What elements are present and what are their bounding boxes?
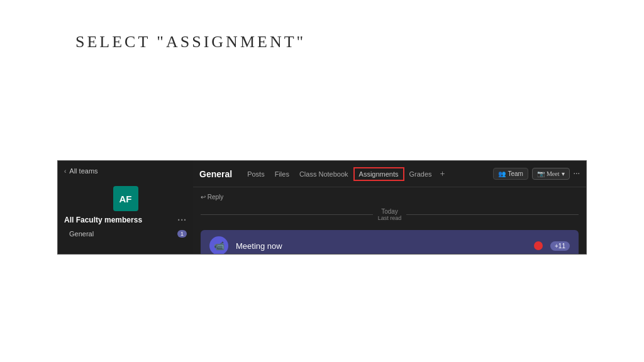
tab-grades[interactable]: Grades bbox=[404, 168, 437, 180]
meet-dropdown-icon: ▾ bbox=[562, 170, 565, 177]
tab-bar: General Posts Files Class Notebook Assig… bbox=[193, 161, 586, 187]
team-icon: 👥 bbox=[498, 170, 506, 177]
all-teams-label: All teams bbox=[69, 167, 97, 175]
team-avatar: AF bbox=[113, 186, 138, 211]
screenshot-container: ‹ All teams AF All Faculty memberss ··· … bbox=[57, 160, 587, 255]
date-label: Today bbox=[381, 208, 398, 215]
add-tab-icon[interactable]: + bbox=[437, 169, 448, 179]
tab-class-notebook-label: Class Notebook bbox=[299, 170, 348, 178]
meeting-card[interactable]: 📹 Meeting now +11 bbox=[201, 230, 579, 254]
main-content: General Posts Files Class Notebook Assig… bbox=[193, 161, 586, 254]
recording-indicator bbox=[534, 241, 543, 250]
participants-badge: +11 bbox=[550, 241, 570, 251]
back-arrow-icon: ‹ bbox=[64, 168, 66, 175]
team-name: All Faculty memberss ··· bbox=[58, 215, 193, 228]
reply-stub: ↩ Reply bbox=[201, 192, 579, 202]
more-options-icon[interactable]: ··· bbox=[574, 169, 580, 179]
meet-button-label: Meet bbox=[547, 170, 560, 177]
channel-unread-badge: 1 bbox=[177, 230, 187, 238]
teams-sidebar: ‹ All teams AF All Faculty memberss ··· … bbox=[58, 161, 193, 254]
tab-files[interactable]: Files bbox=[270, 168, 294, 180]
team-options-icon[interactable]: ··· bbox=[177, 215, 187, 225]
meet-button[interactable]: 📷 Meet ▾ bbox=[532, 168, 570, 180]
divider-line-left bbox=[201, 214, 373, 215]
tab-class-notebook[interactable]: Class Notebook bbox=[294, 168, 353, 180]
instruction-heading: SELECT "ASSIGNMENT" bbox=[75, 33, 306, 52]
camera-icon: 📷 bbox=[537, 170, 545, 177]
channel-general[interactable]: General 1 bbox=[58, 228, 193, 240]
channel-title: General bbox=[199, 169, 232, 179]
tab-posts[interactable]: Posts bbox=[242, 168, 270, 180]
tab-assignments-label: Assignments bbox=[359, 170, 399, 178]
tab-bar-actions: 👥 Team 📷 Meet ▾ ··· bbox=[493, 168, 580, 180]
divider-line-right bbox=[406, 214, 579, 215]
date-divider: Today Last read bbox=[201, 208, 579, 221]
team-button[interactable]: 👥 Team bbox=[493, 168, 528, 180]
tab-grades-label: Grades bbox=[409, 170, 432, 178]
meeting-video-icon: 📹 bbox=[209, 236, 228, 254]
tab-assignments[interactable]: Assignments bbox=[353, 167, 404, 181]
last-read-label: Last read bbox=[378, 215, 402, 221]
meeting-title: Meeting now bbox=[236, 241, 526, 251]
tab-files-label: Files bbox=[275, 170, 289, 178]
tab-posts-label: Posts bbox=[247, 170, 265, 178]
chat-area: ↩ Reply Today Last read 📹 Meeting now +1… bbox=[193, 187, 586, 254]
team-button-label: Team bbox=[508, 170, 523, 177]
channel-name-label: General bbox=[69, 230, 94, 238]
team-name-label: All Faculty memberss bbox=[64, 216, 142, 224]
sidebar-back-nav[interactable]: ‹ All teams bbox=[58, 161, 193, 181]
